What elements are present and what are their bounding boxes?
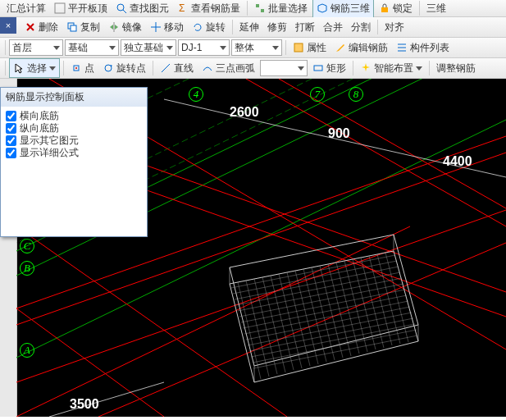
merge-button[interactable]: 合并 (320, 18, 346, 36)
view-button[interactable]: 查找图元 (112, 0, 172, 17)
view3d-button[interactable]: 三维 (423, 0, 449, 17)
separator (63, 61, 64, 75)
floor-combo[interactable]: 首层 (9, 39, 63, 56)
smart-button[interactable]: 智能布置 (357, 59, 426, 77)
break-button[interactable]: 打断 (292, 18, 318, 36)
grid-C: C (20, 239, 34, 253)
props-icon (293, 42, 304, 53)
chk-show-formula[interactable]: 显示详细公式 (6, 147, 142, 159)
calc-button[interactable]: 汇总计算 (3, 0, 49, 17)
sigma-icon: Σ (177, 2, 189, 14)
search-icon (116, 2, 127, 14)
svg-point-11 (75, 67, 77, 69)
mirror-button[interactable]: 镜像 (105, 18, 145, 36)
trim-button[interactable]: 修剪 (264, 18, 290, 36)
dim-3500: 3500 (70, 397, 99, 412)
close-tab[interactable]: × (0, 17, 16, 34)
arc3-button[interactable]: 三点画弧 (198, 59, 258, 77)
mirror-icon (108, 21, 120, 33)
move-button[interactable]: 移动 (147, 18, 187, 36)
rect-icon (312, 62, 324, 74)
copy-icon (66, 21, 78, 33)
separator (429, 61, 430, 75)
empty-combo[interactable] (260, 60, 308, 76)
svg-line-55 (336, 262, 359, 354)
rect-button[interactable]: 矩形 (309, 59, 349, 77)
3d-rebar-button[interactable]: 钢筋三维 (312, 0, 374, 18)
list-icon (396, 42, 408, 53)
move-icon (150, 21, 162, 33)
canvas-area[interactable]: 2600 900 4400 3500 4 7 8 C B A 钢筋显示控制面板 … (0, 79, 506, 417)
category-combo[interactable]: 基础 (65, 39, 119, 56)
subcat-combo[interactable]: 独立基础 (121, 39, 176, 56)
rebar-qty-button[interactable]: Σ查看钢筋量 (174, 0, 244, 17)
svg-line-69 (243, 295, 407, 328)
line-button[interactable]: 直线 (157, 59, 197, 77)
grid-B: B (20, 261, 34, 276)
caret-icon (416, 66, 422, 71)
svg-rect-5 (261, 9, 264, 12)
caret-icon (272, 46, 279, 50)
props-button[interactable]: 属性 (289, 39, 330, 57)
chk-show-other[interactable]: 显示其它图元 (6, 135, 142, 147)
chk-horiz-bottom[interactable]: 横向底筋 (6, 110, 142, 122)
edit-rebar-button[interactable]: 编辑钢筋 (331, 39, 391, 57)
select-button[interactable]: 选择 (9, 58, 60, 78)
copy-button[interactable]: 复制 (63, 18, 103, 36)
rotpt-button[interactable]: 旋转点 (99, 59, 149, 77)
svg-line-70 (244, 301, 408, 334)
batch-icon (254, 2, 266, 14)
split-button[interactable]: 分割 (348, 18, 374, 36)
caret-icon (49, 66, 56, 71)
svg-rect-0 (55, 3, 65, 13)
arc-icon (202, 62, 213, 74)
comp-list-button[interactable]: 构件列表 (393, 39, 453, 57)
grid-7: 7 (310, 87, 325, 102)
grid-4: 4 (189, 87, 203, 102)
dim-900: 900 (328, 126, 350, 141)
align-button[interactable]: 对齐 (381, 18, 408, 36)
grid-A: A (20, 343, 34, 358)
separator (232, 20, 233, 34)
batch-button[interactable]: 批量选择 (251, 0, 311, 17)
rebar-display-panel[interactable]: 钢筋显示控制面板 横向底筋 纵向底筋 显示其它图元 显示详细公式 (0, 87, 148, 237)
extend-button[interactable]: 延伸 (236, 18, 262, 36)
dim-4400: 4400 (443, 154, 472, 169)
panel-title: 钢筋显示控制面板 (1, 88, 147, 107)
separator (285, 40, 286, 55)
caret-icon (220, 46, 226, 50)
separator (377, 20, 378, 34)
delete-button[interactable]: 删除 (21, 18, 62, 36)
svg-point-1 (117, 4, 124, 11)
check-button[interactable]: 平开板顶 (51, 0, 111, 17)
svg-line-36 (49, 382, 164, 417)
caret-icon (53, 46, 60, 50)
separator (5, 40, 6, 55)
point-button[interactable]: 点 (67, 59, 98, 77)
item-combo[interactable]: DJ-1 (178, 39, 230, 56)
separator (353, 61, 353, 75)
svg-rect-9 (294, 43, 303, 52)
dim-2600: 2600 (230, 105, 259, 120)
caret-icon (109, 46, 116, 50)
lock-icon (379, 2, 390, 14)
caret-icon (298, 66, 304, 71)
caret-icon (166, 46, 173, 50)
svg-line-66 (238, 278, 402, 311)
svg-text:Σ: Σ (179, 2, 185, 14)
point-icon (71, 62, 82, 74)
chk-vert-bottom[interactable]: 纵向底筋 (6, 122, 142, 135)
rotate-button[interactable]: 旋转 (189, 18, 229, 36)
rotate-point-icon (103, 62, 114, 74)
svg-rect-4 (256, 4, 259, 7)
svg-rect-14 (314, 66, 322, 71)
whole-combo[interactable]: 整体 (231, 39, 282, 56)
svg-line-75 (253, 330, 417, 363)
cube-icon (317, 2, 328, 14)
grid-8: 8 (349, 87, 363, 102)
lock-button[interactable]: 锁定 (376, 0, 416, 17)
separator (419, 1, 420, 16)
adjust-button[interactable]: 调整钢筋 (433, 59, 479, 77)
line-icon (160, 62, 171, 74)
svg-line-35 (361, 144, 506, 177)
